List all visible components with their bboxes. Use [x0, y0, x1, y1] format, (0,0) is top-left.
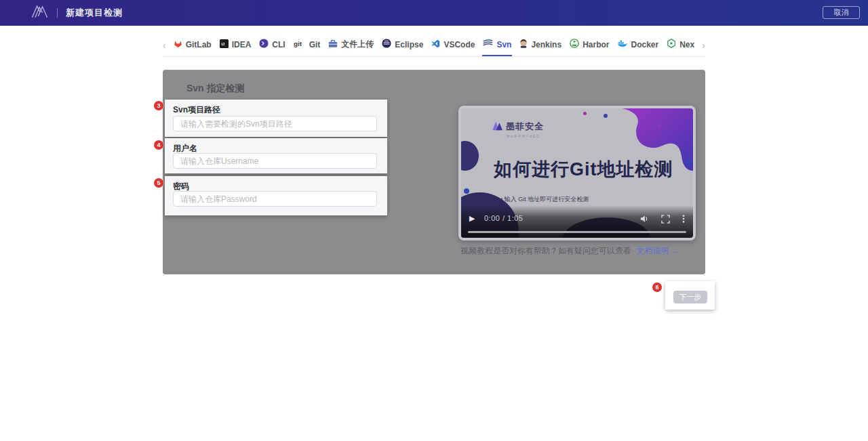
tab-label: Harbor [583, 40, 609, 49]
cancel-button[interactable]: 取消 [823, 6, 860, 19]
tab-label: CLI [272, 40, 285, 49]
cli-icon [259, 39, 269, 50]
tab-svn[interactable]: Svn [482, 34, 512, 56]
decor-blob [461, 141, 479, 171]
idea-icon: IJ [220, 39, 229, 50]
tour-badge-6: 6 [652, 282, 662, 292]
username-field-group: 4 用户名 [165, 138, 387, 173]
tab-label: Git [309, 40, 321, 49]
svn-path-field-group: 3 Svn项目路径 [165, 100, 387, 137]
tour-badge-5: 5 [154, 178, 163, 188]
username-input[interactable] [173, 153, 377, 169]
password-field-group: 5 密码 [165, 176, 387, 215]
tab-label: Jenkins [531, 40, 561, 49]
docker-icon [617, 39, 627, 49]
tab-docker[interactable]: Docker [616, 34, 659, 56]
decor-dot [604, 114, 608, 118]
harbor-icon [570, 39, 579, 50]
tab-gitlab[interactable]: GitLab [173, 34, 212, 56]
tab-label: VSCode [443, 40, 475, 49]
help-text: 视频教程是否对你有帮助？如有疑问您可以查看 [460, 246, 631, 255]
next-step-group: 6 下一步 [665, 281, 715, 310]
password-input[interactable] [173, 191, 377, 207]
tab-vscode[interactable]: VSCode [431, 34, 475, 56]
vscode-icon [431, 39, 440, 50]
gitlab-icon [174, 39, 182, 50]
svn-icon [483, 39, 493, 49]
tab-label: Nexus [679, 40, 694, 49]
nexus-icon [667, 39, 676, 50]
next-step-button[interactable]: 下一步 [673, 291, 707, 303]
more-options-icon[interactable] [682, 214, 685, 224]
tab-file-upload[interactable]: 文件上传 [328, 34, 374, 56]
tour-badge-3: 3 [154, 101, 163, 110]
video-controls: ▶ 0:00 / 1:05 [461, 205, 693, 238]
tour-badge-4: 4 [154, 140, 163, 150]
jenkins-icon [519, 39, 528, 50]
tab-label: IDEA [232, 40, 252, 49]
video-brand-name: 墨菲安全 [506, 121, 544, 133]
tab-cli[interactable]: CLI [258, 34, 285, 56]
murphysec-logo-icon [30, 4, 50, 22]
tab-eclipse[interactable]: Eclipse [381, 34, 424, 56]
tab-idea[interactable]: IJ IDEA [219, 34, 252, 56]
svn-detection-panel: Svn 指定检测 3 Svn项目路径 4 用户名 5 密码 [163, 70, 705, 274]
fullscreen-icon[interactable] [661, 215, 670, 224]
svn-path-label: Svn项目路径 [173, 104, 220, 116]
tab-label: Svn [496, 40, 511, 49]
tutorial-video-card: 墨菲安全 MURPHYSEC 如何进行Git地址检测 • 输入 Git 地址即可… [458, 106, 696, 240]
play-icon[interactable]: ▶ [469, 214, 475, 223]
tab-label: Eclipse [395, 40, 423, 49]
detection-type-tabbar: ‹ GitLab IJ IDEA CLI git Git 文件上传 Eclips… [163, 34, 705, 57]
git-icon: git [294, 39, 306, 50]
murphysec-mark-icon [492, 121, 503, 133]
page: 新建项目检测 取消 ‹ GitLab IJ IDEA CLI git Git 文… [0, 0, 868, 441]
video-brand-sub: MURPHYSEC [507, 134, 544, 138]
file-upload-icon [328, 39, 338, 50]
video-progress-bar[interactable] [468, 231, 686, 233]
header-divider [57, 8, 58, 18]
tab-label: 文件上传 [341, 39, 374, 50]
tabs-next-icon[interactable]: › [702, 34, 705, 56]
svg-text:IJ: IJ [221, 42, 224, 46]
video-time: 0:00 / 1:05 [484, 214, 524, 222]
video-player[interactable]: 墨菲安全 MURPHYSEC 如何进行Git地址检测 • 输入 Git 地址即可… [461, 108, 693, 238]
top-header: 新建项目检测 取消 [0, 0, 868, 26]
video-brand: 墨菲安全 MURPHYSEC [492, 121, 544, 138]
tab-harbor[interactable]: Harbor [569, 34, 610, 56]
video-bullet: • 输入 Git 地址即可进行安全检测 [500, 195, 589, 204]
tab-nexus[interactable]: Nexus [666, 34, 695, 56]
svg-text:git: git [294, 39, 302, 47]
tab-git[interactable]: git Git [293, 34, 321, 56]
tab-label: GitLab [186, 40, 212, 49]
video-help-caption: 视频教程是否对你有帮助？如有疑问您可以查看 文档说明 → [460, 245, 679, 257]
decor-dot [658, 125, 660, 128]
tab-jenkins[interactable]: Jenkins [519, 34, 562, 56]
tab-label: Docker [631, 40, 658, 49]
decor-dot [583, 112, 587, 115]
eclipse-icon [382, 39, 391, 50]
decor-dot [464, 188, 469, 194]
section-title: Svn 指定检测 [186, 83, 245, 95]
tabs-prev-icon[interactable]: ‹ [163, 34, 166, 56]
video-title: 如何进行Git地址检测 [494, 157, 690, 182]
page-title: 新建项目检测 [66, 7, 123, 19]
volume-icon[interactable] [639, 215, 649, 223]
svn-path-input[interactable] [173, 116, 377, 131]
doc-link[interactable]: 文档说明 → [636, 246, 679, 255]
